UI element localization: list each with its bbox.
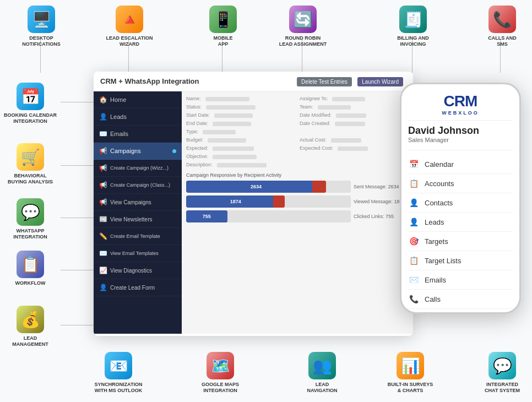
sidebar-create-lead-form-label: Create Lead Form <box>110 285 155 291</box>
feature-whatsapp[interactable]: 💬 WHATSAPPINTEGRATION <box>3 198 58 240</box>
delete-test-entries-button[interactable]: Delete Test Entries <box>297 77 352 86</box>
type-value <box>203 130 236 134</box>
connector-line <box>61 270 95 270</box>
feature-surveys[interactable]: 📊 BUILT-IN SURVEYS& CHARTS <box>383 352 438 394</box>
chart-bar-clicked-fill: 755 <box>186 210 227 222</box>
calls-sms-label: CALLS ANDSMS <box>475 35 530 47</box>
status-label: Status: <box>186 104 202 110</box>
chart-bar-clicked: 755 Clicked Links: 755 <box>186 210 409 222</box>
sidebar-item-view-email-templates[interactable]: ✉️ View Email Templates <box>94 245 182 262</box>
feature-lead-management[interactable]: 💰 LEADMANAGEMENT <box>3 306 58 347</box>
phone-menu-target-lists[interactable]: 📋 Target Lists <box>408 251 513 270</box>
phone-menu-contacts[interactable]: 👤 Contacts <box>408 193 513 213</box>
phone-menu-emails[interactable]: ✉️ Emails <box>408 270 513 290</box>
phone-menu-calendar[interactable]: 📅 Calendar <box>408 155 513 174</box>
phone-user-name: David Johnson <box>408 125 513 137</box>
budget-label: Budget: <box>186 137 203 143</box>
actual-cost-label: Actual Cost: <box>300 137 327 143</box>
desktop-notifications-label: DESKTOP NOTIFICATIONS <box>14 35 69 47</box>
sidebar-item-create-lead-form[interactable]: 👤 Create Lead Form <box>94 279 182 296</box>
feature-workflow[interactable]: 📋 WORKFLOW <box>3 251 58 286</box>
sidebar-create-campaign-wiz-label: Create Campaign (Wizz...) <box>110 165 169 171</box>
lead-escalation-icon: 🔺 <box>116 6 143 33</box>
sidebar-item-home[interactable]: 🏠 Home <box>94 91 182 108</box>
form-row-end-date: End Date: Date Created: <box>186 121 409 127</box>
view-newsletters-icon: 📰 <box>99 215 107 223</box>
sidebar-item-create-campaign-class[interactable]: 📢 Create Campaign (Class...) <box>94 177 182 194</box>
phone-menu-leads-label: Leads <box>425 218 444 226</box>
feature-mobile-app[interactable]: 📱 MOBILEAPP <box>196 6 251 47</box>
targets-icon: 🎯 <box>408 236 419 247</box>
phone-menu-accounts[interactable]: 📋 Accounts <box>408 174 513 193</box>
sidebar-item-emails[interactable]: ✉️ Emails <box>94 126 182 143</box>
feature-calls-sms[interactable]: 📞 CALLS ANDSMS <box>475 6 530 47</box>
sidebar-campaigns-label: Campaigns <box>110 148 141 154</box>
sidebar-item-campaigns[interactable]: 📢 Campaigns <box>94 143 182 160</box>
connector-line <box>61 218 95 218</box>
feature-lead-escalation[interactable]: 🔺 LEAD ESCALATIONWIZARD <box>102 6 157 47</box>
google-maps-label: GOOGLE MAPSINTEGRATION <box>193 382 248 394</box>
crm-content: Name: Assignee To: Status: Team: <box>182 91 413 334</box>
phone-inner: CRM WEBXLOO David Johnson Sales Manager … <box>401 84 519 314</box>
sidebar-create-campaign-class-label: Create Campaign (Class...) <box>110 182 170 188</box>
calendar-icon: 📅 <box>408 159 419 170</box>
phone-menu-targets-label: Targets <box>425 237 448 246</box>
sidebar-item-view-diagnostics[interactable]: 📈 View Diagnostics <box>94 262 182 279</box>
chart-section: Campaign Responsive by Recipient Activit… <box>186 172 409 222</box>
form-row-budget: Budget: Actual Cost: <box>186 137 409 143</box>
sync-outlook-icon: 📧 <box>105 352 132 379</box>
lead-management-label: LEADMANAGEMENT <box>3 335 58 347</box>
phone-menu-target-lists-label: Target Lists <box>425 257 461 265</box>
feature-billing[interactable]: 🧾 BILLING ANDINVOICING <box>383 6 443 47</box>
lead-management-icon: 💰 <box>17 306 44 333</box>
leads-icon: 👤 <box>99 113 107 121</box>
launch-wizard-button[interactable]: Launch Wizard <box>357 77 403 86</box>
phone-menu-emails-label: Emails <box>425 276 446 284</box>
surveys-label: BUILT-IN SURVEYS& CHARTS <box>383 382 438 394</box>
feature-lead-navigation[interactable]: 👥 LEADNAVIGATION <box>295 352 350 394</box>
crm-sidebar: 🏠 Home 👤 Leads ✉️ Emails 📢 Campaigns <box>94 91 182 334</box>
sync-outlook-label: SYNCHRONIZATIONWITH MS OUTLOOK <box>91 382 146 394</box>
feature-round-robin[interactable]: 🔄 ROUND ROBINLEAD ASSIGNMENT <box>270 6 336 47</box>
whatsapp-label: WHATSAPPINTEGRATION <box>3 228 58 240</box>
behavioral-buying-label: BEHAVIORALBUYING ANALYSIS <box>3 173 58 185</box>
phone-menu-leads[interactable]: 👤 Leads <box>408 213 513 232</box>
connector-line <box>61 165 95 166</box>
chart-bar-sent-container: 2634 <box>186 181 351 193</box>
feature-chat-system[interactable]: 💬 INTEGRATEDCHAT SYSTEM <box>475 352 530 394</box>
sidebar-item-create-email-template[interactable]: ✏️ Create Email Template <box>94 228 182 245</box>
start-date-label: Start Date: <box>186 112 210 118</box>
chat-system-label: INTEGRATEDCHAT SYSTEM <box>475 382 530 394</box>
contacts-icon: 👤 <box>408 197 419 208</box>
phone-menu-calls[interactable]: 📞 Calls <box>408 290 513 309</box>
phone-menu-targets[interactable]: 🎯 Targets <box>408 232 513 251</box>
phone-user-divider <box>408 150 513 150</box>
description-label: Description: <box>186 162 213 167</box>
feature-desktop-notifications[interactable]: 🖥️ DESKTOP NOTIFICATIONS <box>14 6 69 47</box>
whatsapp-icon: 💬 <box>17 198 44 226</box>
sidebar-item-view-campaigns[interactable]: 📢 View Campaigns <box>94 194 182 211</box>
end-date-value <box>213 122 251 126</box>
date-created-label: Date Created: <box>300 121 330 126</box>
description-value <box>217 163 267 167</box>
phone-menu-calendar-label: Calendar <box>425 160 454 169</box>
chart-title: Campaign Responsive by Recipient Activit… <box>186 172 409 178</box>
chart-bar-viewed-fill: 1874 <box>186 195 285 208</box>
campaigns-icon: 📢 <box>99 147 107 155</box>
name-label: Name: <box>186 96 201 101</box>
sidebar-item-create-campaign-wiz[interactable]: 📢 Create Campaign (Wizz...) <box>94 160 182 177</box>
assignee-label: Assignee To: <box>300 96 328 101</box>
sidebar-item-leads[interactable]: 👤 Leads <box>94 108 182 126</box>
create-campaign-class-icon: 📢 <box>99 181 107 189</box>
crm-header: CRM + WhatsApp Integration Delete Test E… <box>94 72 413 91</box>
feature-behavioral-buying[interactable]: 🛒 BEHAVIORALBUYING ANALYSIS <box>3 143 58 185</box>
sidebar-item-view-newsletters[interactable]: 📰 View Newsletters <box>94 211 182 228</box>
date-created-value <box>335 122 365 126</box>
feature-google-maps[interactable]: 🗺️ GOOGLE MAPSINTEGRATION <box>193 352 248 394</box>
main-container: 🖥️ DESKTOP NOTIFICATIONS 🔺 LEAD ESCALATI… <box>0 0 532 402</box>
feature-booking-calendar[interactable]: 📅 BOOKING CALENDARINTEGRATION <box>3 83 58 124</box>
feature-sync-outlook[interactable]: 📧 SYNCHRONIZATIONWITH MS OUTLOOK <box>91 352 146 394</box>
view-diagnostics-icon: 📈 <box>99 267 107 274</box>
objective-label: Objective: <box>186 154 208 159</box>
create-lead-form-icon: 👤 <box>99 284 107 291</box>
